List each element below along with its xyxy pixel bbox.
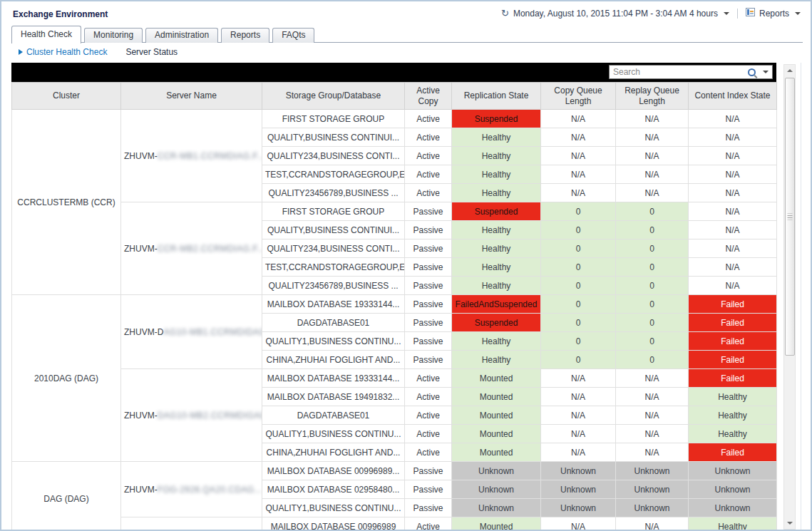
subnav-server-status[interactable]: Server Status xyxy=(125,47,178,57)
copy-queue-cell[interactable]: Unknown xyxy=(541,462,616,480)
replication-state-cell[interactable]: Suspended xyxy=(452,110,541,128)
vertical-scrollbar[interactable] xyxy=(783,64,796,530)
tab-monitoring[interactable]: Monitoring xyxy=(84,28,143,43)
chevron-down-icon[interactable] xyxy=(795,12,801,15)
content-index-cell[interactable]: Failed xyxy=(689,295,777,314)
copy-queue-cell[interactable]: 0 xyxy=(541,202,616,221)
replay-queue-cell[interactable]: Unknown xyxy=(616,480,689,499)
replay-queue-cell[interactable]: Unknown xyxy=(616,462,689,480)
replication-state-cell[interactable]: Mounted xyxy=(452,443,541,462)
copy-queue-cell[interactable]: N/A xyxy=(541,165,616,184)
content-index-cell[interactable]: N/A xyxy=(689,277,777,295)
time-range-selector[interactable]: Monday, August 10, 2015 11:04 PM - 3:04 … xyxy=(513,9,718,19)
copy-queue-cell[interactable]: 0 xyxy=(541,295,616,314)
replay-queue-cell[interactable]: 0 xyxy=(616,258,689,277)
content-index-cell[interactable]: Failed xyxy=(689,351,777,369)
content-index-cell[interactable]: Healthy xyxy=(689,425,777,443)
column-header-server-name[interactable]: Server Name xyxy=(121,83,262,110)
replication-state-cell[interactable]: Mounted xyxy=(452,517,541,531)
replication-state-cell[interactable]: Mounted xyxy=(452,388,541,406)
content-index-cell[interactable]: Healthy xyxy=(689,406,777,425)
copy-queue-cell[interactable]: N/A xyxy=(541,369,616,388)
subnav-cluster-health-check[interactable]: Cluster Health Check xyxy=(19,47,107,57)
search-icon[interactable] xyxy=(748,68,756,76)
content-index-cell[interactable]: N/A xyxy=(689,202,777,221)
replication-state-cell[interactable]: Mounted xyxy=(452,369,541,388)
content-index-cell[interactable]: N/A xyxy=(689,258,777,277)
content-index-cell[interactable]: Failed xyxy=(689,369,777,388)
replay-queue-cell[interactable]: Unknown xyxy=(616,499,689,517)
replay-queue-cell[interactable]: N/A xyxy=(616,517,689,531)
content-index-cell[interactable]: Healthy xyxy=(689,388,777,406)
copy-queue-cell[interactable]: 0 xyxy=(541,314,616,332)
replication-state-cell[interactable]: Suspended xyxy=(452,314,541,332)
replication-state-cell[interactable]: Healthy xyxy=(452,332,541,351)
replication-state-cell[interactable]: Healthy xyxy=(452,128,541,147)
replay-queue-cell[interactable]: N/A xyxy=(616,147,689,165)
column-header-replay-queue[interactable]: Replay Queue Length xyxy=(616,83,689,110)
copy-queue-cell[interactable]: N/A xyxy=(541,388,616,406)
copy-queue-cell[interactable]: N/A xyxy=(541,443,616,462)
chevron-down-icon[interactable] xyxy=(724,12,729,15)
replication-state-cell[interactable]: Healthy xyxy=(452,239,541,258)
scroll-up-button[interactable] xyxy=(784,65,795,76)
content-index-cell[interactable]: N/A xyxy=(689,165,777,184)
copy-queue-cell[interactable]: N/A xyxy=(541,110,616,128)
search-options-chevron-icon[interactable] xyxy=(763,71,769,73)
copy-queue-cell[interactable]: N/A xyxy=(541,425,616,443)
content-index-cell[interactable]: Unknown xyxy=(689,480,777,499)
tab-administration[interactable]: Administration xyxy=(145,28,218,43)
scrollbar-thumb[interactable] xyxy=(785,78,795,356)
reports-menu[interactable]: Reports xyxy=(759,9,789,19)
column-header-copy-queue[interactable]: Copy Queue Length xyxy=(541,83,616,110)
copy-queue-cell[interactable]: N/A xyxy=(541,147,616,165)
column-header-active-copy[interactable]: Active Copy xyxy=(405,83,452,110)
content-index-cell[interactable]: N/A xyxy=(689,184,777,202)
copy-queue-cell[interactable]: Unknown xyxy=(541,499,616,517)
tab-faqts[interactable]: FAQts xyxy=(272,28,314,43)
replay-queue-cell[interactable]: 0 xyxy=(616,332,689,351)
copy-queue-cell[interactable]: N/A xyxy=(541,184,616,202)
copy-queue-cell[interactable]: 0 xyxy=(541,239,616,258)
content-index-cell[interactable]: N/A xyxy=(689,147,777,165)
replay-queue-cell[interactable]: N/A xyxy=(616,110,689,128)
content-index-cell[interactable]: Unknown xyxy=(689,462,777,480)
replay-queue-cell[interactable]: N/A xyxy=(616,184,689,202)
replay-queue-cell[interactable]: 0 xyxy=(616,277,689,295)
replication-state-cell[interactable]: Unknown xyxy=(452,499,541,517)
replication-state-cell[interactable]: Healthy xyxy=(452,351,541,369)
copy-queue-cell[interactable]: Unknown xyxy=(541,480,616,499)
replication-state-cell[interactable]: Healthy xyxy=(452,258,541,277)
search-input[interactable] xyxy=(610,67,748,77)
replication-state-cell[interactable]: Healthy xyxy=(452,221,541,239)
replay-queue-cell[interactable]: N/A xyxy=(616,388,689,406)
replay-queue-cell[interactable]: N/A xyxy=(616,128,689,147)
column-header-replication-state[interactable]: Replication State xyxy=(452,83,541,110)
content-index-cell[interactable]: Failed xyxy=(689,314,777,332)
copy-queue-cell[interactable]: 0 xyxy=(541,258,616,277)
replication-state-cell[interactable]: FailedAndSuspended xyxy=(452,295,541,314)
scroll-down-button[interactable] xyxy=(784,517,795,529)
copy-queue-cell[interactable]: 0 xyxy=(541,221,616,239)
replay-queue-cell[interactable]: N/A xyxy=(616,406,689,425)
replay-queue-cell[interactable]: 0 xyxy=(616,239,689,258)
content-index-cell[interactable]: N/A xyxy=(689,239,777,258)
content-index-cell[interactable]: N/A xyxy=(689,221,777,239)
replay-queue-cell[interactable]: N/A xyxy=(616,165,689,184)
content-index-cell[interactable]: Unknown xyxy=(689,499,777,517)
copy-queue-cell[interactable]: 0 xyxy=(541,351,616,369)
replay-queue-cell[interactable]: N/A xyxy=(616,443,689,462)
content-index-cell[interactable]: Failed xyxy=(689,443,777,462)
copy-queue-cell[interactable]: N/A xyxy=(541,517,616,531)
replication-state-cell[interactable]: Unknown xyxy=(452,480,541,499)
replication-state-cell[interactable]: Healthy xyxy=(452,165,541,184)
column-header-storage-group[interactable]: Storage Group/Database xyxy=(262,83,405,110)
content-index-cell[interactable]: Failed xyxy=(689,332,777,351)
replay-queue-cell[interactable]: N/A xyxy=(616,369,689,388)
tab-health-check[interactable]: Health Check xyxy=(11,26,81,43)
replay-queue-cell[interactable]: 0 xyxy=(616,221,689,239)
copy-queue-cell[interactable]: 0 xyxy=(541,277,616,295)
replay-queue-cell[interactable]: N/A xyxy=(616,425,689,443)
content-index-cell[interactable]: N/A xyxy=(689,110,777,128)
tab-reports[interactable]: Reports xyxy=(221,28,269,43)
